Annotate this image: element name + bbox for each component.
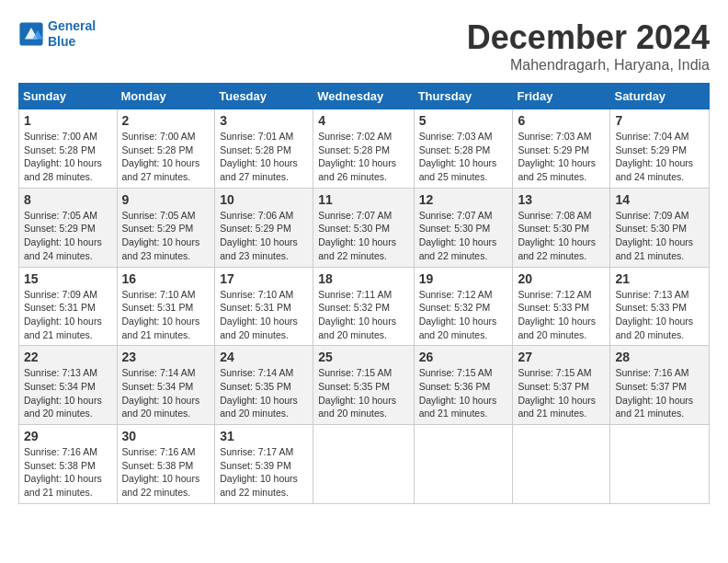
day-info: Sunrise: 7:10 AM Sunset: 5:31 PM Dayligh… (220, 288, 308, 342)
calendar-cell: 11 Sunrise: 7:07 AM Sunset: 5:30 PM Dayl… (313, 188, 414, 267)
day-info: Sunrise: 7:14 AM Sunset: 5:35 PM Dayligh… (220, 366, 308, 420)
day-info: Sunrise: 7:12 AM Sunset: 5:32 PM Dayligh… (419, 288, 508, 342)
calendar-cell (610, 425, 710, 504)
location-title: Mahendragarh, Haryana, India (467, 57, 710, 74)
day-number: 31 (220, 429, 308, 443)
day-info: Sunrise: 7:00 AM Sunset: 5:28 PM Dayligh… (122, 130, 210, 184)
day-info: Sunrise: 7:00 AM Sunset: 5:28 PM Dayligh… (24, 130, 112, 184)
calendar-cell: 20 Sunrise: 7:12 AM Sunset: 5:33 PM Dayl… (513, 267, 610, 346)
logo-text: General Blue (48, 18, 96, 50)
calendar-cell: 22 Sunrise: 7:13 AM Sunset: 5:34 PM Dayl… (19, 346, 118, 425)
calendar-cell: 23 Sunrise: 7:14 AM Sunset: 5:34 PM Dayl… (117, 346, 215, 425)
week-row-3: 15 Sunrise: 7:09 AM Sunset: 5:31 PM Dayl… (19, 267, 710, 346)
day-number: 10 (220, 192, 308, 207)
day-info: Sunrise: 7:03 AM Sunset: 5:29 PM Dayligh… (518, 130, 605, 184)
day-number: 24 (220, 350, 308, 364)
day-number: 20 (518, 271, 605, 286)
day-number: 1 (24, 113, 112, 128)
day-info: Sunrise: 7:08 AM Sunset: 5:30 PM Dayligh… (518, 209, 605, 263)
day-info: Sunrise: 7:16 AM Sunset: 5:37 PM Dayligh… (615, 366, 704, 420)
calendar-cell: 12 Sunrise: 7:07 AM Sunset: 5:30 PM Dayl… (414, 188, 513, 267)
calendar-cell: 31 Sunrise: 7:17 AM Sunset: 5:39 PM Dayl… (215, 425, 313, 504)
day-info: Sunrise: 7:09 AM Sunset: 5:30 PM Dayligh… (615, 209, 704, 263)
day-info: Sunrise: 7:01 AM Sunset: 5:28 PM Dayligh… (220, 130, 308, 184)
logo: General Blue (18, 18, 96, 50)
day-info: Sunrise: 7:13 AM Sunset: 5:34 PM Dayligh… (24, 366, 112, 420)
day-number: 7 (615, 113, 704, 128)
day-number: 12 (419, 192, 508, 207)
header-thursday: Thursday (414, 84, 513, 109)
calendar-cell: 25 Sunrise: 7:15 AM Sunset: 5:35 PM Dayl… (313, 346, 414, 425)
calendar-cell: 4 Sunrise: 7:02 AM Sunset: 5:28 PM Dayli… (313, 109, 414, 189)
day-info: Sunrise: 7:15 AM Sunset: 5:35 PM Dayligh… (318, 366, 408, 420)
header-sunday: Sunday (19, 84, 118, 109)
day-info: Sunrise: 7:05 AM Sunset: 5:29 PM Dayligh… (24, 209, 112, 263)
day-number: 25 (318, 350, 408, 364)
day-number: 3 (220, 113, 308, 128)
calendar-table: SundayMondayTuesdayWednesdayThursdayFrid… (18, 83, 710, 504)
calendar-cell: 15 Sunrise: 7:09 AM Sunset: 5:31 PM Dayl… (19, 267, 118, 346)
calendar-cell: 7 Sunrise: 7:04 AM Sunset: 5:29 PM Dayli… (610, 109, 710, 189)
calendar-cell: 30 Sunrise: 7:16 AM Sunset: 5:38 PM Dayl… (117, 425, 215, 504)
day-info: Sunrise: 7:03 AM Sunset: 5:28 PM Dayligh… (419, 130, 508, 184)
day-number: 27 (518, 350, 605, 364)
day-number: 26 (419, 350, 508, 364)
day-number: 13 (518, 192, 605, 207)
header-saturday: Saturday (610, 84, 710, 109)
day-number: 19 (419, 271, 508, 286)
header-friday: Friday (513, 84, 610, 109)
calendar-cell: 8 Sunrise: 7:05 AM Sunset: 5:29 PM Dayli… (19, 188, 118, 267)
calendar-cell: 24 Sunrise: 7:14 AM Sunset: 5:35 PM Dayl… (215, 346, 313, 425)
weekday-header-row: SundayMondayTuesdayWednesdayThursdayFrid… (19, 84, 710, 109)
calendar-cell: 5 Sunrise: 7:03 AM Sunset: 5:28 PM Dayli… (414, 109, 513, 189)
day-info: Sunrise: 7:11 AM Sunset: 5:32 PM Dayligh… (318, 288, 408, 342)
calendar-cell: 16 Sunrise: 7:10 AM Sunset: 5:31 PM Dayl… (117, 267, 215, 346)
day-info: Sunrise: 7:07 AM Sunset: 5:30 PM Dayligh… (419, 209, 508, 263)
week-row-5: 29 Sunrise: 7:16 AM Sunset: 5:38 PM Dayl… (19, 425, 710, 504)
calendar-cell: 29 Sunrise: 7:16 AM Sunset: 5:38 PM Dayl… (19, 425, 118, 504)
day-number: 22 (24, 350, 112, 364)
calendar-cell: 21 Sunrise: 7:13 AM Sunset: 5:33 PM Dayl… (610, 267, 710, 346)
day-number: 9 (122, 192, 210, 207)
calendar-cell: 17 Sunrise: 7:10 AM Sunset: 5:31 PM Dayl… (215, 267, 313, 346)
header-wednesday: Wednesday (313, 84, 414, 109)
week-row-1: 1 Sunrise: 7:00 AM Sunset: 5:28 PM Dayli… (19, 109, 710, 189)
day-info: Sunrise: 7:16 AM Sunset: 5:38 PM Dayligh… (122, 445, 210, 500)
calendar-cell (513, 425, 610, 504)
day-number: 30 (122, 429, 210, 443)
day-number: 15 (24, 271, 112, 286)
day-info: Sunrise: 7:15 AM Sunset: 5:37 PM Dayligh… (518, 366, 605, 420)
week-row-4: 22 Sunrise: 7:13 AM Sunset: 5:34 PM Dayl… (19, 346, 710, 425)
day-info: Sunrise: 7:07 AM Sunset: 5:30 PM Dayligh… (318, 209, 408, 263)
day-info: Sunrise: 7:16 AM Sunset: 5:38 PM Dayligh… (24, 445, 112, 500)
calendar-cell: 10 Sunrise: 7:06 AM Sunset: 5:29 PM Dayl… (215, 188, 313, 267)
day-number: 11 (318, 192, 408, 207)
day-number: 23 (122, 350, 210, 364)
day-info: Sunrise: 7:02 AM Sunset: 5:28 PM Dayligh… (318, 130, 408, 184)
logo-line1: General (48, 18, 96, 33)
day-info: Sunrise: 7:14 AM Sunset: 5:34 PM Dayligh… (122, 366, 210, 420)
logo-icon (18, 21, 44, 47)
day-number: 28 (615, 350, 704, 364)
calendar-cell: 18 Sunrise: 7:11 AM Sunset: 5:32 PM Dayl… (313, 267, 414, 346)
calendar-cell: 1 Sunrise: 7:00 AM Sunset: 5:28 PM Dayli… (19, 109, 118, 189)
day-info: Sunrise: 7:06 AM Sunset: 5:29 PM Dayligh… (220, 209, 308, 263)
title-area: December 2024 Mahendragarh, Haryana, Ind… (467, 18, 710, 74)
day-number: 4 (318, 113, 408, 128)
day-info: Sunrise: 7:15 AM Sunset: 5:36 PM Dayligh… (419, 366, 508, 420)
calendar-cell: 6 Sunrise: 7:03 AM Sunset: 5:29 PM Dayli… (513, 109, 610, 189)
calendar-cell: 9 Sunrise: 7:05 AM Sunset: 5:29 PM Dayli… (117, 188, 215, 267)
day-info: Sunrise: 7:12 AM Sunset: 5:33 PM Dayligh… (518, 288, 605, 342)
day-info: Sunrise: 7:09 AM Sunset: 5:31 PM Dayligh… (24, 288, 112, 342)
day-info: Sunrise: 7:05 AM Sunset: 5:29 PM Dayligh… (122, 209, 210, 263)
day-number: 18 (318, 271, 408, 286)
calendar-cell: 3 Sunrise: 7:01 AM Sunset: 5:28 PM Dayli… (215, 109, 313, 189)
day-number: 17 (220, 271, 308, 286)
day-number: 6 (518, 113, 605, 128)
day-number: 21 (615, 271, 704, 286)
day-number: 29 (24, 429, 112, 443)
calendar-cell: 27 Sunrise: 7:15 AM Sunset: 5:37 PM Dayl… (513, 346, 610, 425)
calendar-cell (414, 425, 513, 504)
header: General Blue December 2024 Mahendragarh,… (18, 18, 710, 74)
day-number: 2 (122, 113, 210, 128)
